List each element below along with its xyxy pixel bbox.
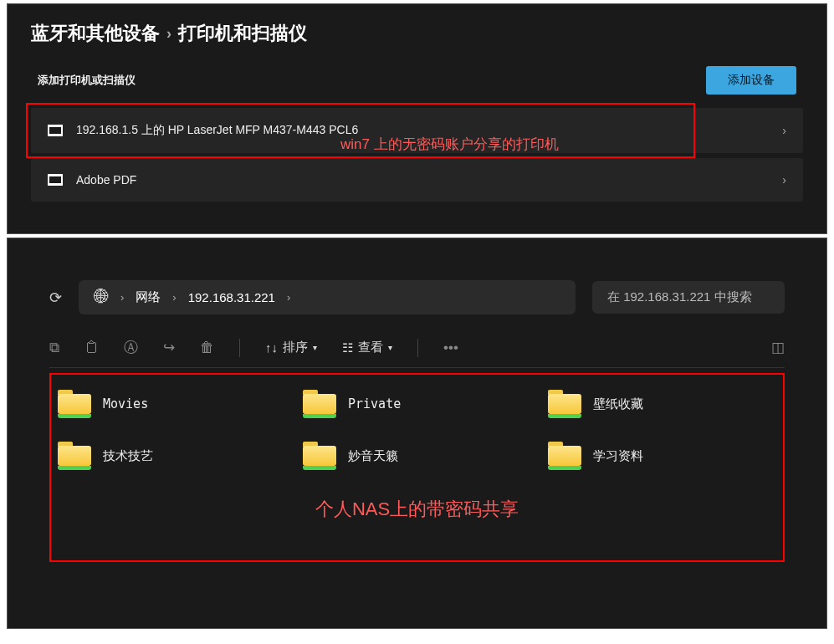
device-name: Adobe PDF xyxy=(76,173,136,187)
folder-icon xyxy=(58,442,91,470)
chevron-right-icon: › xyxy=(287,291,290,304)
globe-icon: 🌐︎ xyxy=(94,289,109,306)
copy-icon[interactable]: ⧉ xyxy=(49,340,59,356)
annotation-text: win7 上的无密码账户分享的打印机 xyxy=(340,135,559,154)
delete-icon[interactable]: 🗑︎ xyxy=(200,340,214,356)
folder-icon xyxy=(548,442,581,470)
chevron-right-icon: › xyxy=(782,124,786,137)
sort-button[interactable]: ↑↓ 排序 ▾ xyxy=(265,340,317,355)
toolbar-divider xyxy=(417,339,418,357)
paste-icon[interactable]: 📋︎ xyxy=(84,340,99,356)
annotation-box xyxy=(49,373,785,562)
chevron-right-icon: › xyxy=(166,25,171,43)
folder-icon xyxy=(58,390,91,418)
toolbar-divider xyxy=(239,339,240,357)
folder-icon xyxy=(303,442,336,470)
chevron-down-icon: ▾ xyxy=(313,343,317,352)
chevron-right-icon: › xyxy=(120,291,124,304)
rename-icon[interactable]: Ⓐ xyxy=(124,338,138,357)
chevron-down-icon: ▾ xyxy=(388,343,392,352)
sort-label: 排序 xyxy=(283,340,308,355)
breadcrumb-parent[interactable]: 蓝牙和其他设备 xyxy=(31,21,160,46)
path-segment-ip[interactable]: 192.168.31.221 xyxy=(188,290,275,304)
explorer-nav-row: ⟳ 🌐︎ › 网络 › 192.168.31.221 › 在 192.168.3… xyxy=(49,280,785,314)
breadcrumb: 蓝牙和其他设备 › 打印机和扫描仪 xyxy=(31,21,803,46)
chevron-right-icon: › xyxy=(782,173,786,187)
printer-device-row[interactable]: Adobe PDF › xyxy=(31,158,803,202)
settings-printers-panel: 蓝牙和其他设备 › 打印机和扫描仪 添加打印机或扫描仪 添加设备 192.168… xyxy=(7,3,827,234)
search-input[interactable]: 在 192.168.31.221 中搜索 xyxy=(592,281,785,314)
more-icon[interactable]: ••• xyxy=(443,340,458,356)
refresh-icon[interactable]: ⟳ xyxy=(49,289,62,307)
address-bar[interactable]: 🌐︎ › 网络 › 192.168.31.221 › xyxy=(79,280,576,314)
view-button[interactable]: ☷ 查看 ▾ xyxy=(342,340,392,355)
folder-icon xyxy=(548,390,581,418)
add-device-button[interactable]: 添加设备 xyxy=(706,66,796,95)
details-pane-icon[interactable]: ◫ xyxy=(771,339,785,356)
sort-icon: ↑↓ xyxy=(265,340,278,355)
folder-icon xyxy=(303,390,336,418)
explorer-panel: ⟳ 🌐︎ › 网络 › 192.168.31.221 › 在 192.168.3… xyxy=(7,238,827,629)
path-segment-network[interactable]: 网络 xyxy=(136,289,161,305)
add-printer-label: 添加打印机或扫描仪 xyxy=(38,73,136,88)
view-icon: ☷ xyxy=(342,340,353,355)
printer-icon xyxy=(48,174,63,186)
add-printer-section: 添加打印机或扫描仪 添加设备 xyxy=(31,66,803,95)
share-icon[interactable]: ↪ xyxy=(163,339,175,356)
chevron-right-icon: › xyxy=(172,291,176,304)
explorer-toolbar: ⧉ 📋︎ Ⓐ ↪ 🗑︎ ↑↓ 排序 ▾ ☷ 查看 ▾ ••• ◫ xyxy=(49,338,785,368)
breadcrumb-current: 打印机和扫描仪 xyxy=(178,21,307,46)
view-label: 查看 xyxy=(358,340,383,355)
